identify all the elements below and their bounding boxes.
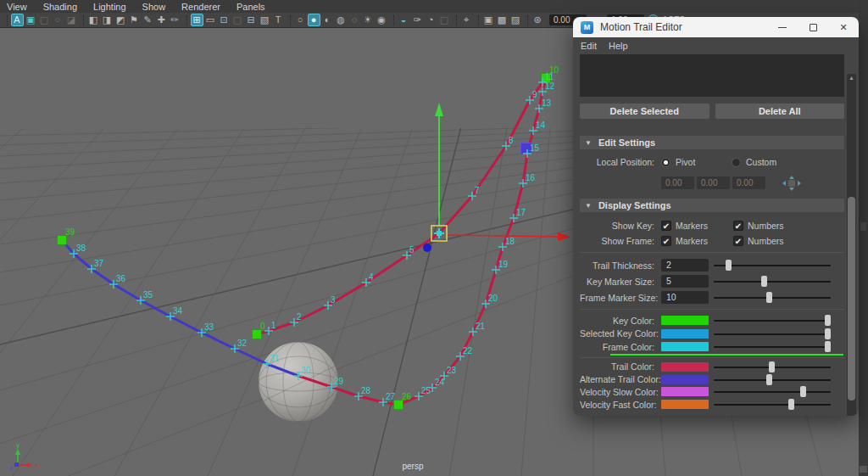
use-all-lights-icon[interactable]: ☀ bbox=[362, 14, 375, 26]
key-marker[interactable] bbox=[58, 236, 67, 245]
select-by-hierarchy-icon[interactable]: A bbox=[11, 14, 24, 26]
slider-handle[interactable] bbox=[825, 328, 831, 339]
select-by-object-icon[interactable]: ▣ bbox=[25, 14, 37, 26]
menu-lighting[interactable]: Lighting bbox=[93, 2, 126, 12]
slider[interactable] bbox=[714, 361, 831, 372]
scrollbar-thumb[interactable] bbox=[848, 197, 855, 400]
viewport-renderer-icon[interactable]: ⌖ bbox=[460, 14, 473, 26]
maximize-button[interactable] bbox=[798, 17, 828, 37]
window-scrollbar[interactable]: ▲ ▼ bbox=[847, 74, 856, 416]
menu-view[interactable]: View bbox=[7, 2, 27, 12]
numbers-checkbox[interactable]: ✔ bbox=[733, 236, 743, 246]
value-field[interactable]: 2 bbox=[661, 259, 709, 272]
gate-mask-icon[interactable]: ▢ bbox=[231, 14, 244, 26]
move-manipulator[interactable] bbox=[423, 103, 570, 252]
close-button[interactable]: ✕ bbox=[828, 17, 859, 37]
value-field[interactable]: 10 bbox=[661, 291, 709, 304]
slider-track[interactable] bbox=[714, 379, 831, 381]
color-swatch[interactable] bbox=[661, 342, 709, 351]
slider[interactable] bbox=[714, 260, 831, 271]
radio-pivot[interactable] bbox=[661, 158, 670, 167]
ao-display-icon[interactable]: ▢ bbox=[438, 14, 451, 26]
markers-checkbox[interactable]: ✔ bbox=[661, 221, 671, 231]
radio-custom[interactable] bbox=[732, 158, 741, 167]
value-field[interactable]: 5 bbox=[661, 275, 709, 288]
resolution-gate-icon[interactable]: ⊡ bbox=[218, 14, 231, 26]
camera-icon[interactable]: ◧ bbox=[87, 14, 100, 26]
motion-blur-display-icon[interactable]: ◔ bbox=[425, 14, 437, 26]
color-swatch[interactable] bbox=[661, 316, 709, 325]
manip-y-arrow-icon[interactable] bbox=[435, 103, 443, 116]
slider-handle[interactable] bbox=[726, 260, 732, 271]
color-swatch[interactable] bbox=[661, 362, 709, 372]
slider-track[interactable] bbox=[714, 297, 831, 299]
field-chart-icon[interactable]: ⊟ bbox=[245, 14, 258, 26]
slider-handle[interactable] bbox=[788, 399, 794, 410]
slider-track[interactable] bbox=[714, 265, 831, 266]
xray-display-icon[interactable]: ◒ bbox=[398, 14, 410, 26]
slider[interactable] bbox=[714, 374, 831, 385]
slider-track[interactable] bbox=[714, 346, 831, 348]
isolate-add-icon[interactable]: ▩ bbox=[496, 14, 509, 26]
shaded-wireframe-display-icon[interactable]: ◐ bbox=[321, 14, 334, 26]
shadows-toggle-icon[interactable]: ◉ bbox=[376, 14, 388, 26]
scroll-up-icon[interactable]: ▲ bbox=[847, 74, 856, 82]
slider-handle[interactable] bbox=[825, 315, 831, 326]
film-gate-icon[interactable]: ▭ bbox=[204, 14, 217, 26]
panel-expand-handle[interactable] bbox=[860, 222, 866, 231]
slider[interactable] bbox=[714, 341, 831, 352]
display-settings-header[interactable]: ▼ Display Settings bbox=[580, 199, 844, 212]
camera-pan-icon[interactable]: ◨ bbox=[101, 14, 114, 26]
camera-attributes-icon[interactable]: ✎ bbox=[142, 14, 154, 26]
slider-track[interactable] bbox=[714, 320, 831, 322]
menu-renderer[interactable]: Renderer bbox=[181, 2, 220, 12]
slider-handle[interactable] bbox=[825, 341, 831, 352]
slider-handle[interactable] bbox=[761, 276, 767, 287]
color-swatch[interactable] bbox=[661, 400, 709, 409]
delete-all-button[interactable]: Delete All bbox=[715, 104, 845, 119]
window-menu-edit[interactable]: Edit bbox=[581, 41, 597, 51]
lasso-select-icon[interactable]: ○ bbox=[52, 14, 64, 26]
slider-handle[interactable] bbox=[766, 292, 772, 303]
zoom-region-icon[interactable]: ▨ bbox=[509, 14, 522, 26]
slider[interactable] bbox=[714, 386, 831, 397]
manip-x-arrow-icon[interactable] bbox=[558, 232, 570, 241]
slider-track[interactable] bbox=[714, 404, 831, 406]
delete-selected-button[interactable]: Delete Selected bbox=[580, 104, 709, 119]
paint-select-icon[interactable]: ◪ bbox=[65, 14, 78, 26]
shaded-display-icon[interactable]: ● bbox=[308, 14, 320, 26]
slider-handle[interactable] bbox=[769, 361, 775, 372]
paint-effects-display-icon[interactable]: ✑ bbox=[411, 14, 424, 26]
window-titlebar[interactable]: M Motion Trail Editor ✕ bbox=[573, 17, 859, 37]
slider-track[interactable] bbox=[714, 281, 831, 283]
slider[interactable] bbox=[714, 328, 831, 339]
motion-trail-segment[interactable] bbox=[257, 78, 546, 334]
slider[interactable] bbox=[714, 292, 831, 303]
image-plane-icon[interactable]: ▧ bbox=[259, 14, 271, 26]
menu-show[interactable]: Show bbox=[142, 2, 166, 12]
grid-toggle-icon[interactable]: ⊞ bbox=[191, 14, 203, 26]
snap-manipulator-icon[interactable]: ✚ bbox=[155, 14, 168, 26]
color-swatch[interactable] bbox=[661, 375, 709, 384]
numbers-checkbox[interactable]: ✔ bbox=[733, 221, 743, 231]
minimize-button[interactable] bbox=[767, 17, 798, 37]
pencil-icon[interactable]: ✏ bbox=[169, 14, 181, 26]
color-swatch[interactable] bbox=[661, 387, 709, 396]
slider-track[interactable] bbox=[714, 333, 831, 335]
slider-track[interactable] bbox=[714, 391, 831, 393]
horizontal-scrollbar-stub[interactable] bbox=[860, 466, 867, 473]
slider[interactable] bbox=[714, 276, 831, 287]
slider-handle[interactable] bbox=[800, 386, 806, 397]
edit-settings-header[interactable]: ▼ Edit Settings bbox=[580, 136, 844, 149]
slider[interactable] bbox=[714, 399, 831, 410]
camera-orbit-icon[interactable]: ◩ bbox=[114, 14, 127, 26]
key-marker[interactable] bbox=[394, 400, 403, 410]
pivot-dot[interactable] bbox=[423, 244, 431, 252]
exposure-icon[interactable]: ⊛ bbox=[531, 14, 544, 26]
markers-checkbox[interactable]: ✔ bbox=[661, 236, 671, 246]
textured-display-icon[interactable]: ◍ bbox=[335, 14, 348, 26]
window-menu-help[interactable]: Help bbox=[609, 41, 628, 51]
color-swatch[interactable] bbox=[661, 329, 709, 339]
menu-panels[interactable]: Panels bbox=[236, 2, 265, 12]
motion-trail-list[interactable] bbox=[580, 54, 844, 97]
